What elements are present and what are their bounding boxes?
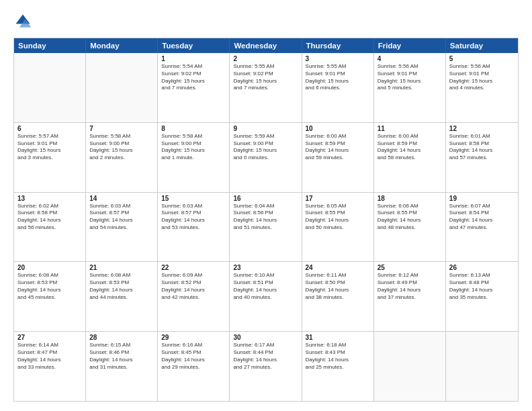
calendar-cell: 19Sunrise: 6:07 AMSunset: 8:54 PMDayligh… <box>446 193 518 262</box>
header <box>13 12 519 31</box>
cell-info: Sunrise: 5:59 AMSunset: 9:00 PMDaylight:… <box>233 133 298 162</box>
calendar-cell: 10Sunrise: 6:00 AMSunset: 8:59 PMDayligh… <box>302 123 374 192</box>
day-number: 28 <box>89 334 154 341</box>
day-number: 22 <box>161 264 226 271</box>
cell-info: Sunrise: 6:07 AMSunset: 8:54 PMDaylight:… <box>449 203 515 232</box>
cell-info: Sunrise: 6:15 AMSunset: 8:46 PMDaylight:… <box>89 342 154 371</box>
cell-info: Sunrise: 5:56 AMSunset: 9:01 PMDaylight:… <box>378 63 442 92</box>
header-day-friday: Friday <box>374 38 446 53</box>
day-number: 12 <box>449 125 515 132</box>
day-number: 5 <box>449 55 515 62</box>
calendar-cell: 26Sunrise: 6:13 AMSunset: 8:48 PMDayligh… <box>446 262 518 331</box>
calendar: SundayMondayTuesdayWednesdayThursdayFrid… <box>13 38 519 402</box>
cell-info: Sunrise: 6:14 AMSunset: 8:47 PMDaylight:… <box>17 342 82 371</box>
calendar-row-2: 13Sunrise: 6:02 AMSunset: 8:58 PMDayligh… <box>14 192 518 262</box>
header-day-wednesday: Wednesday <box>230 38 302 53</box>
day-number: 20 <box>17 264 82 271</box>
day-number: 19 <box>449 195 515 202</box>
calendar-row-1: 6Sunrise: 5:57 AMSunset: 9:01 PMDaylight… <box>14 122 518 192</box>
day-number: 2 <box>233 55 298 62</box>
calendar-body: 1Sunrise: 5:54 AMSunset: 9:02 PMDaylight… <box>14 53 518 401</box>
calendar-cell: 30Sunrise: 6:17 AMSunset: 8:44 PMDayligh… <box>230 332 302 401</box>
calendar-cell: 2Sunrise: 5:55 AMSunset: 9:02 PMDaylight… <box>230 53 302 122</box>
day-number: 1 <box>161 55 226 62</box>
day-number: 30 <box>233 334 298 341</box>
logo <box>13 12 35 31</box>
calendar-cell: 7Sunrise: 5:58 AMSunset: 9:00 PMDaylight… <box>86 123 158 192</box>
calendar-header: SundayMondayTuesdayWednesdayThursdayFrid… <box>14 38 518 53</box>
cell-info: Sunrise: 5:57 AMSunset: 9:01 PMDaylight:… <box>17 133 82 162</box>
calendar-cell: 1Sunrise: 5:54 AMSunset: 9:02 PMDaylight… <box>158 53 230 122</box>
calendar-cell: 4Sunrise: 5:56 AMSunset: 9:01 PMDaylight… <box>374 53 446 122</box>
calendar-cell: 14Sunrise: 6:03 AMSunset: 8:57 PMDayligh… <box>86 193 158 262</box>
calendar-cell: 20Sunrise: 6:08 AMSunset: 8:53 PMDayligh… <box>14 262 86 331</box>
day-number: 17 <box>306 195 370 202</box>
calendar-cell: 9Sunrise: 5:59 AMSunset: 9:00 PMDaylight… <box>230 123 302 192</box>
cell-info: Sunrise: 5:54 AMSunset: 9:02 PMDaylight:… <box>161 63 226 92</box>
calendar-cell: 8Sunrise: 5:58 AMSunset: 9:00 PMDaylight… <box>158 123 230 192</box>
cell-info: Sunrise: 6:03 AMSunset: 8:57 PMDaylight:… <box>89 203 154 232</box>
calendar-row-4: 27Sunrise: 6:14 AMSunset: 8:47 PMDayligh… <box>14 331 518 401</box>
calendar-cell <box>446 332 518 401</box>
calendar-cell <box>374 332 446 401</box>
cell-info: Sunrise: 6:00 AMSunset: 8:59 PMDaylight:… <box>378 133 442 162</box>
calendar-cell: 28Sunrise: 6:15 AMSunset: 8:46 PMDayligh… <box>86 332 158 401</box>
day-number: 13 <box>17 195 82 202</box>
calendar-cell: 22Sunrise: 6:09 AMSunset: 8:52 PMDayligh… <box>158 262 230 331</box>
calendar-cell: 15Sunrise: 6:03 AMSunset: 8:57 PMDayligh… <box>158 193 230 262</box>
calendar-cell: 21Sunrise: 6:08 AMSunset: 8:53 PMDayligh… <box>86 262 158 331</box>
calendar-cell: 3Sunrise: 5:55 AMSunset: 9:01 PMDaylight… <box>302 53 374 122</box>
calendar-cell <box>86 53 158 122</box>
calendar-cell: 23Sunrise: 6:10 AMSunset: 8:51 PMDayligh… <box>230 262 302 331</box>
day-number: 26 <box>449 264 515 271</box>
calendar-cell: 11Sunrise: 6:00 AMSunset: 8:59 PMDayligh… <box>374 123 446 192</box>
day-number: 8 <box>161 125 226 132</box>
cell-info: Sunrise: 6:02 AMSunset: 8:58 PMDaylight:… <box>17 203 82 232</box>
cell-info: Sunrise: 6:11 AMSunset: 8:50 PMDaylight:… <box>306 272 370 301</box>
cell-info: Sunrise: 6:01 AMSunset: 8:58 PMDaylight:… <box>449 133 515 162</box>
day-number: 16 <box>233 195 298 202</box>
day-number: 9 <box>233 125 298 132</box>
cell-info: Sunrise: 6:03 AMSunset: 8:57 PMDaylight:… <box>161 203 226 232</box>
cell-info: Sunrise: 6:08 AMSunset: 8:53 PMDaylight:… <box>17 272 82 301</box>
day-number: 27 <box>17 334 82 341</box>
calendar-cell: 12Sunrise: 6:01 AMSunset: 8:58 PMDayligh… <box>446 123 518 192</box>
cell-info: Sunrise: 5:58 AMSunset: 9:00 PMDaylight:… <box>89 133 154 162</box>
calendar-cell <box>14 53 86 122</box>
calendar-cell: 6Sunrise: 5:57 AMSunset: 9:01 PMDaylight… <box>14 123 86 192</box>
day-number: 24 <box>306 264 370 271</box>
cell-info: Sunrise: 6:17 AMSunset: 8:44 PMDaylight:… <box>233 342 298 371</box>
cell-info: Sunrise: 6:00 AMSunset: 8:59 PMDaylight:… <box>306 133 370 162</box>
day-number: 6 <box>17 125 82 132</box>
day-number: 21 <box>89 264 154 271</box>
calendar-cell: 17Sunrise: 6:05 AMSunset: 8:55 PMDayligh… <box>302 193 374 262</box>
calendar-cell: 29Sunrise: 6:16 AMSunset: 8:45 PMDayligh… <box>158 332 230 401</box>
cell-info: Sunrise: 6:06 AMSunset: 8:55 PMDaylight:… <box>378 203 442 232</box>
cell-info: Sunrise: 6:08 AMSunset: 8:53 PMDaylight:… <box>89 272 154 301</box>
calendar-cell: 5Sunrise: 5:56 AMSunset: 9:01 PMDaylight… <box>446 53 518 122</box>
day-number: 23 <box>233 264 298 271</box>
logo-icon <box>13 12 32 31</box>
header-day-saturday: Saturday <box>446 38 518 53</box>
day-number: 4 <box>378 55 442 62</box>
page: SundayMondayTuesdayWednesdayThursdayFrid… <box>0 0 532 411</box>
day-number: 25 <box>378 264 442 271</box>
header-day-monday: Monday <box>86 38 158 53</box>
calendar-cell: 31Sunrise: 6:18 AMSunset: 8:43 PMDayligh… <box>302 332 374 401</box>
day-number: 29 <box>161 334 226 341</box>
day-number: 11 <box>378 125 442 132</box>
calendar-cell: 24Sunrise: 6:11 AMSunset: 8:50 PMDayligh… <box>302 262 374 331</box>
cell-info: Sunrise: 6:16 AMSunset: 8:45 PMDaylight:… <box>161 342 226 371</box>
day-number: 15 <box>161 195 226 202</box>
header-day-thursday: Thursday <box>302 38 374 53</box>
day-number: 3 <box>306 55 370 62</box>
cell-info: Sunrise: 5:55 AMSunset: 9:01 PMDaylight:… <box>306 63 370 92</box>
cell-info: Sunrise: 6:04 AMSunset: 8:56 PMDaylight:… <box>233 203 298 232</box>
calendar-cell: 25Sunrise: 6:12 AMSunset: 8:49 PMDayligh… <box>374 262 446 331</box>
cell-info: Sunrise: 6:05 AMSunset: 8:55 PMDaylight:… <box>306 203 370 232</box>
calendar-cell: 13Sunrise: 6:02 AMSunset: 8:58 PMDayligh… <box>14 193 86 262</box>
cell-info: Sunrise: 5:55 AMSunset: 9:02 PMDaylight:… <box>233 63 298 92</box>
calendar-row-0: 1Sunrise: 5:54 AMSunset: 9:02 PMDaylight… <box>14 53 518 122</box>
calendar-row-3: 20Sunrise: 6:08 AMSunset: 8:53 PMDayligh… <box>14 261 518 331</box>
header-day-sunday: Sunday <box>14 38 86 53</box>
